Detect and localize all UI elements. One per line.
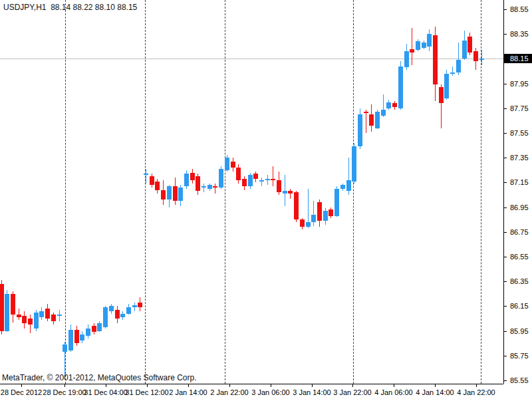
day-separator-line xyxy=(353,0,354,384)
bull-candle-body xyxy=(352,146,356,182)
bear-candle-body xyxy=(28,319,33,325)
bear-candle-body xyxy=(196,176,200,191)
time-scale-tick xyxy=(147,384,148,387)
price-scale-label: 85.75 xyxy=(510,352,529,360)
bear-candle-body xyxy=(294,192,299,219)
candle-wick xyxy=(313,201,314,226)
bull-candle-body xyxy=(479,59,484,60)
time-scale-label: 28 Dec 19:00 xyxy=(43,388,86,396)
candle-wick xyxy=(146,169,146,184)
time-scale-tick xyxy=(188,384,189,387)
price-scale-label: 86.35 xyxy=(510,277,529,285)
bull-candle-body xyxy=(225,158,229,170)
time-scale-label: 4 Jan 06:00 xyxy=(374,388,413,396)
bear-candle-body xyxy=(317,202,322,221)
bear-candle-body xyxy=(329,209,333,216)
bull-candle-body xyxy=(404,51,409,67)
bull-candle-body xyxy=(167,186,172,200)
bear-candle-body xyxy=(115,310,120,319)
bull-candle-body xyxy=(444,74,449,98)
bear-candle-body xyxy=(439,87,444,103)
bull-candle-body xyxy=(219,169,223,188)
bear-candle-body xyxy=(236,168,241,180)
bear-candle-body xyxy=(231,162,235,168)
bull-candle-body xyxy=(427,34,432,47)
time-scale-label: 3 Jan 22:00 xyxy=(333,388,372,396)
bull-candle-body xyxy=(63,344,67,352)
price-scale-label: 85.95 xyxy=(510,327,529,335)
time-scale-label: 4 Jan 14:00 xyxy=(416,388,454,396)
bear-candle-body xyxy=(410,49,414,53)
time-scale-tick xyxy=(352,384,353,387)
candle-wick xyxy=(273,166,273,186)
time-scale-tick xyxy=(21,384,22,387)
time-scale-label: 31 Dec 04:00 xyxy=(84,388,127,396)
price-scale-tick xyxy=(503,306,507,307)
bull-candle-body xyxy=(416,41,420,50)
time-scale-border xyxy=(0,384,503,384)
bull-candle-body xyxy=(340,185,345,189)
time-scale-label: 31 Dec 12:00 xyxy=(125,388,168,396)
bull-candle-body xyxy=(103,307,108,327)
time-scale-label: 3 Jan 14:00 xyxy=(293,388,331,396)
bear-candle-body xyxy=(161,190,166,200)
bull-candle-body xyxy=(386,102,391,108)
bull-candle-body xyxy=(283,191,287,194)
price-scale-label: 87.15 xyxy=(510,178,529,186)
bear-candle-body xyxy=(300,219,305,227)
candle-wick xyxy=(481,50,482,65)
chart-plot-area[interactable]: USDJPY,H1 88.14 88.22 88.10 88.15 MetaTr… xyxy=(0,0,503,384)
day-separator-line xyxy=(225,0,225,384)
bear-candle-body xyxy=(253,174,258,179)
candle-wick xyxy=(366,110,366,133)
bull-candle-body xyxy=(334,189,339,216)
price-scale-label: 86.15 xyxy=(510,302,529,310)
metatrader-chart-window: USDJPY,H1 88.14 88.22 88.10 88.15 MetaTr… xyxy=(0,0,532,399)
price-scale-tick xyxy=(503,281,507,282)
bull-candle-body xyxy=(97,323,102,331)
bull-candle-body xyxy=(120,314,125,317)
time-scale-label: 4 Jan 22:00 xyxy=(457,388,495,396)
bull-candle-body xyxy=(68,330,73,350)
bull-candle-body xyxy=(450,72,455,74)
day-separator-line xyxy=(65,0,66,384)
bull-candle-body xyxy=(265,179,270,180)
bear-candle-body xyxy=(473,51,478,61)
time-scale-tick xyxy=(394,384,394,387)
bear-candle-body xyxy=(433,35,438,84)
time-scale-tick xyxy=(65,384,65,387)
bear-candle-body xyxy=(364,112,368,113)
bull-candle-body xyxy=(39,311,44,317)
bull-candle-body xyxy=(57,315,62,316)
bull-candle-body xyxy=(34,313,39,329)
bull-candle-body xyxy=(346,180,351,191)
price-scale-tick xyxy=(503,34,507,35)
candle-wick xyxy=(412,28,412,65)
bear-candle-body xyxy=(242,179,247,186)
bull-candle-body xyxy=(259,180,264,182)
price-scale-tick xyxy=(503,133,507,134)
price-scale-tick xyxy=(503,84,507,84)
bear-candle-body xyxy=(22,316,27,323)
price-scale-label: 87.55 xyxy=(510,129,529,137)
price-scale-tick xyxy=(503,257,507,257)
bear-candle-body xyxy=(45,309,50,319)
bear-candle-body xyxy=(11,294,15,315)
bear-candle-body xyxy=(138,303,142,307)
bull-candle-body xyxy=(456,60,461,72)
bull-candle-body xyxy=(126,307,131,314)
price-scale-label: 88.55 xyxy=(510,5,529,13)
time-scale-tick xyxy=(312,384,313,387)
copyright-text: MetaTrader, © 2001-2012, MetaQuotes Soft… xyxy=(2,373,197,382)
bull-candle-body xyxy=(381,110,386,116)
price-scale-tick xyxy=(503,158,507,158)
price-scale-tick xyxy=(503,331,507,332)
bull-candle-body xyxy=(184,174,189,186)
time-scale-label: 3 Jan 06:00 xyxy=(251,388,290,396)
bear-candle-body xyxy=(155,182,160,190)
price-scale-tick xyxy=(503,232,507,233)
bear-candle-body xyxy=(369,114,374,126)
price-scale-tick xyxy=(503,380,507,381)
bull-candle-body xyxy=(178,188,183,201)
bull-candle-body xyxy=(207,185,212,189)
